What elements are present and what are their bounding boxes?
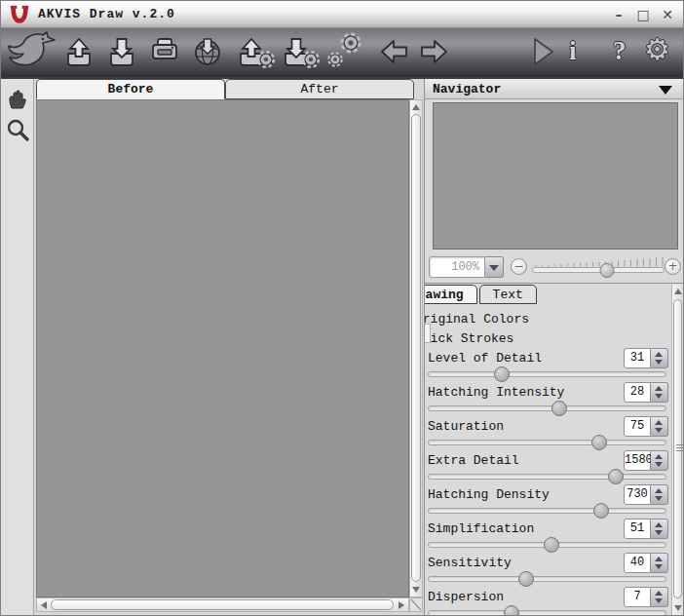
info-icon[interactable]: i (569, 34, 577, 67)
slider-thumb[interactable] (494, 366, 510, 382)
collapse-triangle-icon[interactable] (659, 86, 672, 95)
value-field[interactable]: 1580 (624, 450, 651, 471)
zoom-slider-thumb[interactable] (600, 263, 615, 278)
zoom-dropdown-button[interactable] (485, 256, 504, 278)
spin-up-icon[interactable] (655, 591, 663, 596)
spin-down-icon[interactable] (655, 598, 663, 603)
maximize-button[interactable]: □ (635, 7, 651, 22)
slider-track[interactable] (428, 440, 666, 445)
slider-track[interactable] (428, 371, 666, 377)
slider-thumb[interactable] (518, 571, 534, 587)
scroll-down-icon[interactable] (674, 605, 682, 611)
settings-scrollbar[interactable] (671, 285, 684, 615)
horizontal-scroll-thumb[interactable] (51, 599, 394, 610)
spinner[interactable] (651, 484, 668, 505)
value-field[interactable]: 40 (624, 553, 651, 573)
spin-down-icon[interactable] (655, 462, 663, 467)
spin-up-icon[interactable] (655, 488, 663, 493)
slider-thumb[interactable] (608, 469, 624, 484)
slider-track[interactable] (428, 542, 666, 548)
zoom-tick-marks (534, 255, 666, 267)
value-field[interactable]: 28 (624, 382, 651, 403)
zoom-out-button[interactable]: − (511, 258, 527, 275)
canvas-vertical-scrollbar[interactable] (409, 99, 423, 597)
spinner[interactable] (651, 450, 668, 471)
navigator-header: Navigator (425, 79, 684, 99)
spin-down-icon[interactable] (655, 360, 663, 365)
spin-down-icon[interactable] (655, 564, 663, 569)
publish-to-web-icon[interactable] (190, 35, 225, 68)
slider-thumb[interactable] (551, 401, 567, 416)
export-presets-icon[interactable] (279, 35, 320, 68)
undo-icon[interactable] (377, 35, 412, 68)
redo-icon[interactable] (416, 35, 451, 68)
spin-up-icon[interactable] (655, 522, 663, 527)
spinner[interactable] (651, 382, 668, 403)
scroll-up-icon[interactable] (412, 104, 420, 110)
slider-saturation: Saturation 75 (425, 416, 671, 450)
hand-tool[interactable] (1, 83, 34, 114)
scroll-right-icon[interactable] (399, 601, 404, 609)
spinner[interactable] (651, 587, 668, 607)
value-field[interactable]: 75 (624, 416, 651, 437)
navigator-zoom-slider[interactable] (532, 267, 665, 273)
zoom-value-combo[interactable]: 100% (429, 256, 485, 278)
slider-track[interactable] (428, 474, 666, 480)
scroll-down-icon[interactable] (412, 587, 420, 593)
import-presets-icon[interactable] (234, 35, 275, 68)
slider-track[interactable] (428, 576, 666, 582)
slider-track[interactable] (428, 508, 666, 514)
save-image-icon[interactable] (104, 35, 139, 68)
print-icon[interactable] (147, 35, 182, 68)
zoom-tool[interactable] (1, 114, 34, 145)
clipped-checkbox-edge (425, 324, 431, 343)
tab-text[interactable]: Text (479, 285, 537, 304)
value-field[interactable]: 7 (624, 587, 651, 607)
slider-track[interactable] (428, 610, 666, 615)
canvas-horizontal-scrollbar[interactable] (36, 597, 409, 612)
spinner[interactable] (651, 553, 668, 573)
spin-up-icon[interactable] (655, 454, 663, 459)
spinner[interactable] (651, 519, 668, 539)
checkbox-thick-strokes[interactable]: Thick Strokes (425, 328, 671, 348)
tab-after[interactable]: After (225, 79, 414, 99)
value-field[interactable]: 51 (624, 519, 651, 539)
run-icon[interactable] (528, 35, 555, 68)
close-button[interactable]: ✕ (660, 7, 675, 22)
tab-before[interactable]: Before (36, 79, 225, 99)
slider-thumb[interactable] (504, 605, 519, 615)
slider-track[interactable] (428, 405, 666, 411)
image-canvas[interactable] (36, 99, 409, 597)
batch-processing-icon[interactable] (325, 32, 364, 71)
navigator-preview[interactable] (433, 102, 678, 250)
value-field[interactable]: 730 (624, 484, 651, 505)
scroll-left-icon[interactable] (41, 601, 47, 609)
slider-thumb[interactable] (544, 537, 559, 553)
help-icon[interactable]: ? (613, 34, 627, 67)
spin-up-icon[interactable] (655, 386, 663, 391)
magnifier-icon (5, 117, 30, 142)
open-image-icon[interactable] (61, 35, 96, 68)
zoom-in-button[interactable]: + (665, 258, 681, 275)
spinner[interactable] (651, 348, 668, 368)
vertical-scroll-thumb[interactable] (411, 114, 421, 582)
slider-thumb[interactable] (591, 435, 607, 450)
minimize-button[interactable]: – (611, 7, 627, 22)
spin-down-icon[interactable] (655, 428, 663, 433)
value-field[interactable]: 31 (624, 348, 651, 368)
tab-drawing[interactable]: Drawing (425, 285, 477, 304)
spin-down-icon[interactable] (655, 394, 663, 399)
spin-up-icon[interactable] (655, 420, 663, 425)
checkbox-original-colors[interactable]: Original Colors (425, 309, 671, 328)
slider-thumb[interactable] (593, 503, 609, 519)
scroll-up-icon[interactable] (674, 289, 682, 294)
spinner[interactable] (651, 416, 668, 437)
preferences-gear-icon[interactable]: ⚙ (644, 33, 670, 66)
chevron-down-icon (489, 265, 499, 271)
settings-scroll-thumb[interactable] (673, 299, 682, 598)
app-window: AKVIS Draw v.2.0 – □ ✕ (0, 0, 684, 616)
spin-down-icon[interactable] (655, 530, 663, 535)
spin-up-icon[interactable] (655, 557, 663, 561)
spin-down-icon[interactable] (655, 496, 663, 501)
spin-up-icon[interactable] (655, 352, 663, 357)
